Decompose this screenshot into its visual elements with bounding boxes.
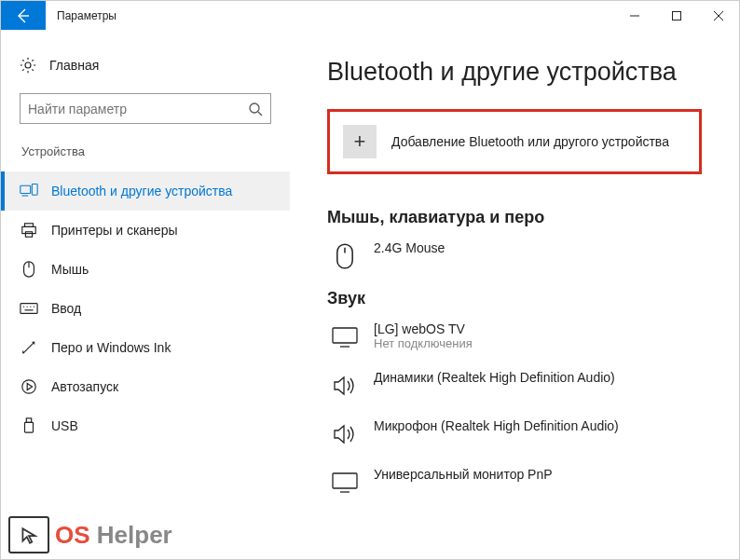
svg-rect-23 <box>25 422 34 432</box>
watermark-helper: Helper <box>97 521 172 549</box>
svg-rect-26 <box>333 328 357 343</box>
svg-point-21 <box>22 380 35 393</box>
pen-icon <box>20 338 38 357</box>
speaker-icon <box>327 370 363 402</box>
sidebar: Главная Устройства Bluetooth и другие ус… <box>1 30 290 559</box>
search-icon <box>248 102 263 116</box>
svg-rect-7 <box>21 185 31 193</box>
sidebar-section-header: Устройства <box>20 144 290 158</box>
device-status: Нет подключения <box>374 336 473 350</box>
device-microphone[interactable]: Микрофон (Realtek High Definition Audio) <box>327 418 702 450</box>
speaker-icon <box>327 418 363 450</box>
svg-rect-15 <box>21 304 37 314</box>
search-box[interactable] <box>20 93 271 124</box>
add-device-label: Добавление Bluetooth или другого устройс… <box>391 134 669 149</box>
sidebar-item-usb[interactable]: USB <box>1 406 290 445</box>
device-mouse[interactable]: 2.4G Mouse <box>327 240 702 272</box>
svg-point-17 <box>27 307 28 307</box>
svg-point-5 <box>250 103 259 113</box>
usb-icon <box>20 417 38 435</box>
svg-point-16 <box>23 307 24 307</box>
back-button[interactable] <box>1 1 46 30</box>
svg-point-18 <box>30 307 31 307</box>
sidebar-item-printers[interactable]: Принтеры и сканеры <box>1 211 290 250</box>
device-name: 2.4G Mouse <box>374 240 445 255</box>
svg-rect-28 <box>333 473 357 488</box>
sidebar-item-autoplay[interactable]: Автозапуск <box>1 367 290 406</box>
home-link[interactable]: Главная <box>20 48 290 82</box>
plus-icon: + <box>343 125 377 158</box>
svg-point-19 <box>34 307 34 307</box>
sidebar-item-bluetooth[interactable]: Bluetooth и другие устройства <box>1 171 290 211</box>
sidebar-item-label: Ввод <box>51 301 81 316</box>
mouse-device-icon <box>327 240 363 272</box>
sidebar-item-label: Мышь <box>51 262 89 277</box>
autoplay-icon <box>20 377 38 396</box>
device-monitor-pnp[interactable]: Универсальный монитор PnP <box>327 467 702 499</box>
monitor-icon <box>327 467 363 499</box>
svg-rect-2 <box>672 11 680 20</box>
search-input[interactable] <box>28 102 248 116</box>
svg-line-6 <box>258 112 262 116</box>
sidebar-item-label: Принтеры и сканеры <box>51 223 177 238</box>
svg-rect-8 <box>32 184 37 196</box>
window-controls <box>613 1 739 30</box>
svg-rect-12 <box>25 232 32 237</box>
add-device-button[interactable]: + Добавление Bluetooth или другого устро… <box>327 109 702 174</box>
sidebar-item-label: Bluetooth и другие устройства <box>51 184 232 198</box>
device-name: Динамики (Realtek High Definition Audio) <box>374 370 615 385</box>
mouse-icon <box>20 260 38 279</box>
window-title: Параметры <box>46 1 613 30</box>
minimize-button[interactable] <box>613 1 655 30</box>
sidebar-item-label: USB <box>51 418 78 433</box>
section-mouse-title: Мышь, клавиатура и перо <box>327 208 702 227</box>
device-name: Универсальный монитор PnP <box>374 467 553 482</box>
sidebar-item-mouse[interactable]: Мышь <box>1 250 290 289</box>
gear-icon <box>20 57 36 74</box>
watermark-os: OS <box>55 521 97 549</box>
maximize-button[interactable] <box>655 1 697 30</box>
device-speakers[interactable]: Динамики (Realtek High Definition Audio) <box>327 370 702 402</box>
device-name: Микрофон (Realtek High Definition Audio) <box>374 418 619 433</box>
sidebar-item-typing[interactable]: Ввод <box>1 289 290 328</box>
sidebar-item-label: Перо и Windows Ink <box>51 340 171 355</box>
home-label: Главная <box>49 58 99 73</box>
device-tv[interactable]: [LG] webOS TV Нет подключения <box>327 321 702 353</box>
arrow-left-icon <box>16 8 31 23</box>
printer-icon <box>20 221 38 239</box>
page-title: Bluetooth и другие устройства <box>327 58 702 87</box>
cursor-icon <box>8 516 49 553</box>
close-button[interactable] <box>697 1 739 30</box>
monitor-icon <box>327 321 363 353</box>
section-sound-title: Звук <box>327 289 702 308</box>
keyboard-icon <box>20 299 38 318</box>
content-area: Bluetooth и другие устройства + Добавлен… <box>290 30 739 559</box>
devices-icon <box>20 182 38 200</box>
sidebar-item-label: Автозапуск <box>51 379 118 394</box>
sidebar-item-pen[interactable]: Перо и Windows Ink <box>1 328 290 367</box>
device-name: [LG] webOS TV <box>374 321 473 336</box>
svg-rect-11 <box>22 226 35 233</box>
watermark: OS Helper <box>8 516 172 553</box>
svg-rect-22 <box>26 418 31 423</box>
titlebar: Параметры <box>1 1 739 30</box>
